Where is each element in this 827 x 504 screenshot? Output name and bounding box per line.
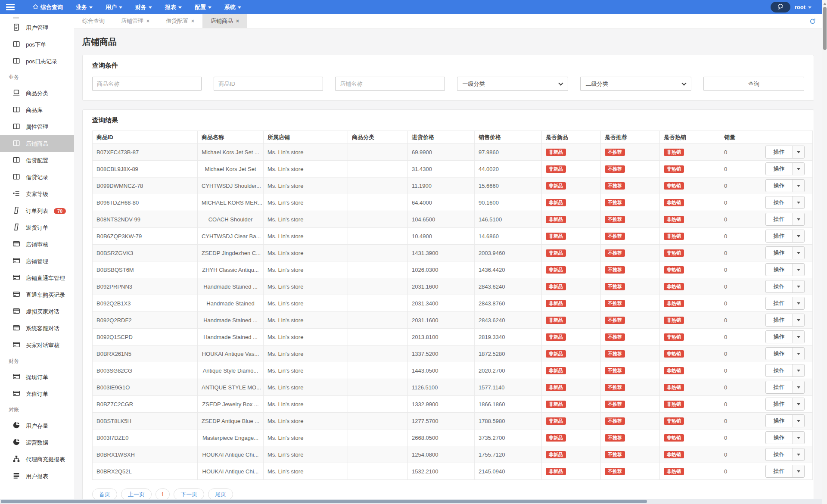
action-dropdown-toggle[interactable] xyxy=(793,196,804,208)
action-dropdown-toggle[interactable] xyxy=(793,415,804,427)
select-一级分类[interactable]: 一级分类 xyxy=(457,77,568,91)
horizontal-scrollbar[interactable] xyxy=(0,499,822,504)
search-button[interactable]: 查询 xyxy=(703,77,804,91)
action-button[interactable]: 操作 xyxy=(765,146,805,159)
sidebar-item-用户管理[interactable]: 用户管理 xyxy=(0,19,74,36)
vertical-scrollbar[interactable] xyxy=(822,0,827,504)
sidebar-item-店铺商品[interactable]: 店铺商品 xyxy=(0,135,74,152)
cell-actions: 操作 xyxy=(757,261,813,278)
query-input-商品名称[interactable] xyxy=(92,77,202,91)
sidebar-item-订单列表[interactable]: 订单列表70 xyxy=(0,202,74,219)
action-dropdown-toggle[interactable] xyxy=(793,146,804,158)
action-button[interactable]: 操作 xyxy=(765,314,805,327)
vertical-scroll-thumb[interactable] xyxy=(823,7,827,50)
sidebar-item-卖家等级[interactable]: 卖家等级 xyxy=(0,186,74,202)
action-button[interactable]: 操作 xyxy=(765,414,805,427)
tab-综合查询[interactable]: 综合查询 xyxy=(74,14,113,28)
action-dropdown-toggle[interactable] xyxy=(793,163,804,175)
close-icon[interactable]: × xyxy=(236,18,239,24)
action-dropdown-toggle[interactable] xyxy=(793,465,804,477)
hamburger-menu-icon[interactable] xyxy=(0,0,21,14)
action-button[interactable]: 操作 xyxy=(765,162,805,175)
nav-item-home[interactable]: 综合查询 xyxy=(33,3,63,11)
action-dropdown-toggle[interactable] xyxy=(793,398,804,410)
sidebar-item-提现订单[interactable]: 提现订单 xyxy=(0,369,74,386)
nav-menu-报表[interactable]: 报表 xyxy=(165,3,182,11)
sidebar-item-用户存量[interactable]: 用户存量 xyxy=(0,417,74,434)
chat-button[interactable] xyxy=(771,2,790,12)
sidebar-item-虚拟买家对话[interactable]: 虚拟买家对话 xyxy=(0,303,74,320)
sidebar-item-商品库[interactable]: 商品库 xyxy=(0,102,74,118)
action-button[interactable]: 操作 xyxy=(765,381,805,394)
nav-menu-财务[interactable]: 财务 xyxy=(135,3,152,11)
next-page-button[interactable]: 下一页 xyxy=(174,488,204,500)
action-button[interactable]: 操作 xyxy=(765,246,805,259)
action-dropdown-toggle[interactable] xyxy=(793,331,804,343)
nav-menu-系统[interactable]: 系统 xyxy=(224,3,241,11)
action-button[interactable]: 操作 xyxy=(765,213,805,226)
nav-menu-业务[interactable]: 业务 xyxy=(76,3,93,11)
action-dropdown-toggle[interactable] xyxy=(793,213,804,225)
action-button[interactable]: 操作 xyxy=(765,448,805,461)
action-dropdown-toggle[interactable] xyxy=(793,314,804,326)
action-dropdown-toggle[interactable] xyxy=(793,364,804,376)
sidebar-item-属性管理[interactable]: 属性管理 xyxy=(0,118,74,135)
sidebar-item-买家对话审核[interactable]: 买家对话审核 xyxy=(0,337,74,354)
action-button[interactable]: 操作 xyxy=(765,364,805,377)
last-page-button[interactable]: 尾页 xyxy=(208,488,233,500)
action-dropdown-toggle[interactable] xyxy=(793,448,804,460)
sidebar-item-用户报表[interactable]: 用户报表 xyxy=(0,468,74,485)
prev-page-button[interactable]: 上一页 xyxy=(121,488,152,500)
action-dropdown-toggle[interactable] xyxy=(793,230,804,242)
action-button[interactable]: 操作 xyxy=(765,280,805,293)
sidebar-item-直通车购买记录[interactable]: 直通车购买记录 xyxy=(0,286,74,303)
sidebar-item-充值订单[interactable]: 充值订单 xyxy=(0,386,74,402)
tab-店铺商品[interactable]: 店铺商品× xyxy=(202,14,247,28)
action-button[interactable]: 操作 xyxy=(765,263,805,276)
sidebar-item-运营数据[interactable]: 运营数据 xyxy=(0,434,74,451)
sidebar-item-店铺审核[interactable]: 店铺审核 xyxy=(0,236,74,253)
action-button[interactable]: 操作 xyxy=(765,330,805,343)
sidebar-item-pos日志记录[interactable]: pos日志记录 xyxy=(0,53,74,70)
query-input-店铺名称[interactable] xyxy=(335,77,445,91)
sidebar-item-店铺直通车管理[interactable]: 店铺直通车管理 xyxy=(0,270,74,286)
scroll-up-arrow-icon[interactable] xyxy=(823,3,827,5)
action-dropdown-toggle[interactable] xyxy=(793,348,804,360)
action-dropdown-toggle[interactable] xyxy=(793,264,804,276)
current-page-button[interactable]: 1 xyxy=(155,488,170,500)
action-button[interactable]: 操作 xyxy=(765,196,805,209)
sidebar-item-代理商充提报表[interactable]: 代理商充提报表 xyxy=(0,451,74,468)
horizontal-scroll-thumb[interactable] xyxy=(1,500,647,503)
tab-店铺管理[interactable]: 店铺管理× xyxy=(113,14,158,28)
action-dropdown-toggle[interactable] xyxy=(793,180,804,192)
sidebar-item-借贷记录[interactable]: 借贷记录 xyxy=(0,169,74,186)
refresh-tabs-button[interactable] xyxy=(809,14,822,28)
tab-借贷配置[interactable]: 借贷配置× xyxy=(158,14,202,28)
action-dropdown-toggle[interactable] xyxy=(793,381,804,393)
sidebar-item-借贷配置[interactable]: 借贷配置 xyxy=(0,152,74,169)
action-dropdown-toggle[interactable] xyxy=(793,432,804,444)
nav-menu-配置[interactable]: 配置 xyxy=(195,3,211,11)
action-button[interactable]: 操作 xyxy=(765,465,805,478)
action-dropdown-toggle[interactable] xyxy=(793,247,804,259)
action-button[interactable]: 操作 xyxy=(765,230,805,243)
sidebar-item-退货订单[interactable]: 退货订单 xyxy=(0,219,74,236)
action-button[interactable]: 操作 xyxy=(765,431,805,444)
query-input-商品ID[interactable] xyxy=(214,77,323,91)
select-二级分类[interactable]: 二级分类 xyxy=(580,77,691,91)
sidebar-item-商品分类[interactable]: 商品分类 xyxy=(0,85,74,102)
first-page-button[interactable]: 首页 xyxy=(92,488,117,500)
action-dropdown-toggle[interactable] xyxy=(793,297,804,309)
action-button[interactable]: 操作 xyxy=(765,179,805,192)
nav-menu-用户[interactable]: 用户 xyxy=(106,3,122,11)
user-menu[interactable]: root xyxy=(795,4,811,10)
sidebar-item-系统客服对话[interactable]: 系统客服对话 xyxy=(0,320,74,337)
close-icon[interactable]: × xyxy=(146,18,149,24)
action-button[interactable]: 操作 xyxy=(765,297,805,310)
action-button[interactable]: 操作 xyxy=(765,347,805,360)
action-dropdown-toggle[interactable] xyxy=(793,280,804,292)
sidebar-item-pos下单[interactable]: pos下单 xyxy=(0,36,74,53)
action-button[interactable]: 操作 xyxy=(765,398,805,411)
close-icon[interactable]: × xyxy=(191,18,194,24)
sidebar-item-店铺管理[interactable]: 店铺管理 xyxy=(0,253,74,270)
